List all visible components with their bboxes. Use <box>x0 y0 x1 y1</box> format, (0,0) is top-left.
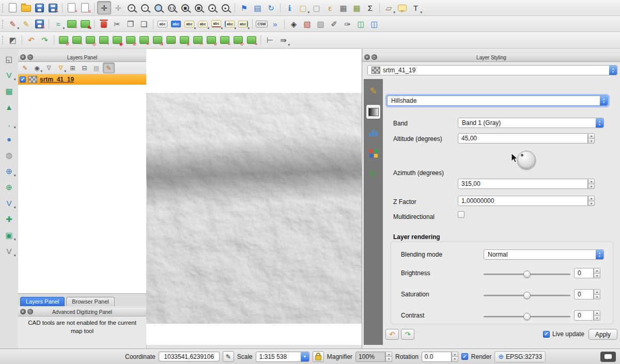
spinner-arrows-icon[interactable]: ▲▼ <box>452 352 458 362</box>
float-icon[interactable]: ◻ <box>27 54 33 60</box>
layer-tree[interactable]: srtm_41_19 <box>18 74 146 293</box>
layer-styling-toggle-button[interactable]: ✎ <box>103 62 115 73</box>
crs-indicator[interactable]: ⊕ EPSG:32733 <box>494 351 546 362</box>
scale-lock-button[interactable] <box>313 351 324 362</box>
pan-map-button[interactable]: ✛ <box>97 1 111 14</box>
open-data-source-manager-button[interactable]: ◱ <box>3 53 16 65</box>
paste-layer-style-button[interactable]: ◫ <box>368 18 381 30</box>
labeling-options-button[interactable]: abc <box>156 18 169 30</box>
pin-unpin-labels-button[interactable]: abc▾ <box>210 18 223 30</box>
tab-browser-panel[interactable]: Browser Panel <box>66 297 115 306</box>
measure-line-button[interactable]: ▱▾ <box>382 2 395 14</box>
band-combobox[interactable]: Band 1 (Gray) ▲▼ <box>458 118 604 128</box>
save-project-button[interactable] <box>33 2 46 14</box>
saturation-spinbox[interactable]: 0 ▲▼ <box>574 289 600 299</box>
cut-features-button[interactable]: ✂ <box>111 18 123 30</box>
spinner-arrows-icon[interactable]: ▲▼ <box>385 352 392 362</box>
save-project-as-button[interactable]: ✎ <box>47 2 59 14</box>
label-highlight-button[interactable]: abc <box>169 18 182 30</box>
zoom-last-button[interactable]: ◂ <box>206 2 219 14</box>
remove-layer-group-button[interactable]: ▤ <box>91 63 102 73</box>
render-checkbox[interactable] <box>461 353 468 360</box>
toggle-editing-button[interactable]: ✎ <box>20 18 33 30</box>
show-spatial-bookmarks-button[interactable]: ▤ <box>251 2 264 14</box>
apply-button[interactable]: Apply <box>588 329 617 340</box>
altitude-spinbox[interactable]: 45,00 ▲▼ <box>458 133 595 144</box>
style-undo-button[interactable]: ↶ <box>385 329 399 340</box>
annotation-pencil-button[interactable]: ✐ <box>328 18 340 30</box>
log-messages-button[interactable] <box>600 352 616 362</box>
add-wcs-layer-button[interactable]: ⊕ <box>3 181 16 193</box>
north-arrow-button[interactable]: ◈ <box>287 18 300 30</box>
layer-item[interactable]: srtm_41_19 <box>18 74 146 85</box>
spinner-arrows-icon[interactable]: ▲▼ <box>588 133 595 144</box>
scale-combobox[interactable]: 1:315 538 ▼ <box>256 352 309 362</box>
zoom-full-extent-button[interactable] <box>152 2 165 14</box>
paste-features-button[interactable]: ❏ <box>137 18 150 30</box>
redo-edits-button[interactable]: ↷ <box>38 34 51 46</box>
digitize-with-segment-button[interactable]: ≈▾ <box>52 18 65 30</box>
align-features-button[interactable]: ⇛▾ <box>277 34 290 46</box>
new-spatial-bookmark-button[interactable]: ⚑ <box>238 2 251 14</box>
renderer-combobox[interactable]: Hillshade ▲▼ <box>387 96 608 106</box>
select-features-button[interactable]: ▢▾ <box>297 2 309 14</box>
spinner-arrows-icon[interactable]: ▲▼ <box>588 179 595 189</box>
metasearch-csw-button[interactable]: CSW <box>255 18 268 30</box>
duplicate-layer-button[interactable]: ◫ <box>354 18 367 30</box>
rotate-point-symbols-button[interactable]: ↻ <box>231 34 244 46</box>
add-ring-button[interactable]: ◎ <box>84 34 97 46</box>
symbology-tab[interactable]: ✎ <box>366 84 380 98</box>
add-delimited-text-layer-button[interactable]: ,▾ <box>3 117 16 129</box>
add-feature-button[interactable]: + <box>65 18 78 30</box>
add-spatialite-layer-button[interactable]: ◍ <box>3 149 16 161</box>
brightness-slider[interactable] <box>484 271 570 278</box>
zoom-out-button[interactable]: − <box>138 2 151 14</box>
contrast-spinbox[interactable]: 0 ▲▼ <box>574 310 600 321</box>
move-label-button[interactable]: abc▾ <box>223 18 236 30</box>
zoom-next-button[interactable]: ▸ <box>219 2 232 14</box>
split-parts-button[interactable]: ⋔ <box>178 34 191 46</box>
merge-feature-attributes-button[interactable]: ≡ <box>218 34 231 46</box>
live-update-checkbox[interactable] <box>543 331 550 338</box>
add-raster-layer-button[interactable]: ▦ <box>3 85 16 97</box>
magnifier-spinbox[interactable]: 100% ▲▼ <box>355 352 392 362</box>
select-by-expression-button[interactable]: ε <box>323 2 336 14</box>
blending-mode-combobox[interactable]: Normal ▲▼ <box>484 249 604 260</box>
fill-ring-button[interactable]: ◉ <box>111 34 123 46</box>
delete-selected-button[interactable] <box>97 18 110 30</box>
spinner-arrows-icon[interactable]: ▲▼ <box>594 310 600 321</box>
add-vector-layer-button[interactable]: V▾ <box>3 69 16 81</box>
map-tips-button[interactable] <box>396 2 409 14</box>
split-features-button[interactable]: ✂ <box>191 34 204 46</box>
float-icon[interactable]: ◻ <box>371 54 377 60</box>
identify-features-button[interactable]: ℹ <box>283 2 296 14</box>
select-by-freehand-button[interactable]: ▨ <box>314 18 327 30</box>
collapse-all-button[interactable]: ⊟ <box>79 63 90 73</box>
manage-map-themes-button[interactable]: ◉▾ <box>32 63 42 73</box>
curved-labels-button[interactable]: abc▾ <box>196 18 209 30</box>
delete-ring-button[interactable]: ⊘ <box>124 34 137 46</box>
offset-curve-button[interactable]: ⇉ <box>151 34 164 46</box>
add-postgis-layer-button[interactable]: ● <box>3 133 16 145</box>
azimuth-spinbox[interactable]: 315,00 ▲▼ <box>458 179 595 189</box>
new-virtual-layer-button[interactable]: V▾ <box>3 245 16 257</box>
current-edits-button[interactable]: ✎▾ <box>6 18 19 30</box>
slider-thumb[interactable] <box>523 313 531 320</box>
history-tab[interactable]: ↻ <box>366 167 380 181</box>
map-canvas[interactable] <box>146 49 362 345</box>
python-console-button[interactable]: » <box>269 18 282 30</box>
deselect-features-button[interactable]: ▢ <box>310 2 323 14</box>
slider-thumb[interactable] <box>523 292 531 299</box>
tab-layers-panel[interactable]: Layers Panel <box>20 297 65 306</box>
close-icon[interactable]: ✕ <box>364 54 370 60</box>
new-shapefile-layer-button[interactable]: ✚ <box>3 213 16 225</box>
new-geopackage-layer-button[interactable]: ▣▾ <box>3 229 16 241</box>
enable-advanced-digitizing-button[interactable]: ◩ <box>6 34 19 46</box>
filter-legend-by-expression-button[interactable]: ∇▾ <box>55 63 66 73</box>
slider-thumb[interactable] <box>523 271 531 278</box>
layer-visibility-checkbox[interactable] <box>20 76 26 83</box>
save-layer-edits-button[interactable]: ✎ <box>33 18 46 30</box>
field-calculator-button[interactable]: ▦ <box>350 2 363 14</box>
add-wms-layer-button[interactable]: ⊕▾ <box>3 165 16 177</box>
coordinate-capture-button[interactable]: ✎ <box>223 351 234 362</box>
